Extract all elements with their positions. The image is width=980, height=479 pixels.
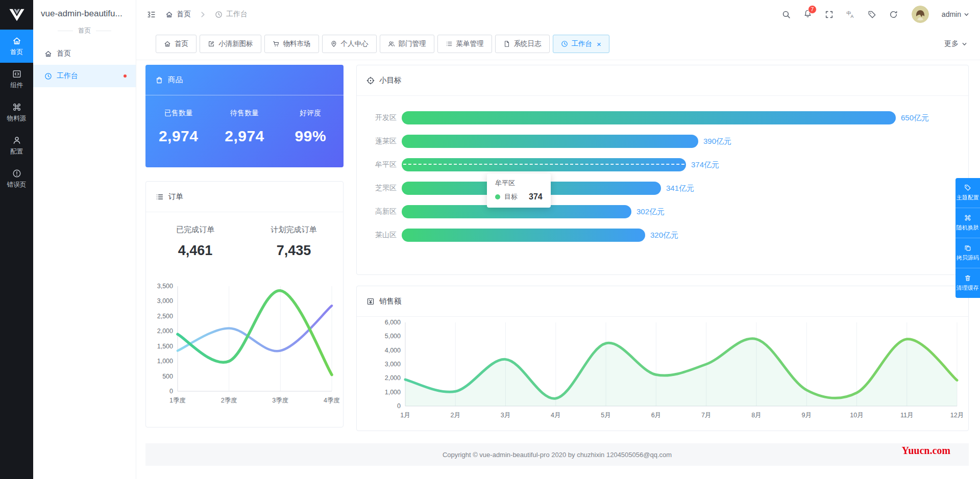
navbar-actions: 7 中A admin <box>782 6 969 23</box>
tab-系统日志[interactable]: 系统日志 <box>495 35 550 53</box>
svg-text:1季度: 1季度 <box>169 397 186 404</box>
app-logo[interactable] <box>0 0 33 30</box>
tab-label: 部门管理 <box>399 39 426 48</box>
tab-个人中心[interactable]: 个人中心 <box>322 35 377 53</box>
goal-bar[interactable] <box>402 135 698 148</box>
refresh-icon[interactable] <box>889 10 898 19</box>
home-icon <box>165 11 173 18</box>
sales-line-chart[interactable]: 01,0002,0003,0004,0005,0006,0001月2月3月4月5… <box>357 317 967 432</box>
orders-stats: 已完成订单4,461计划完成订单7,435 <box>146 212 343 259</box>
search-icon[interactable] <box>782 10 791 19</box>
theme-icon[interactable] <box>868 10 876 19</box>
submenu-item-首页[interactable]: 首页 <box>33 42 136 65</box>
fullscreen-icon[interactable] <box>825 10 834 19</box>
tab-close-icon[interactable]: × <box>597 40 601 48</box>
more-dropdown[interactable]: 更多 <box>944 39 967 48</box>
sidebar-item-配置[interactable]: 配置 <box>0 129 33 162</box>
avatar[interactable] <box>912 6 929 23</box>
stat-label: 已售数量 <box>145 109 211 118</box>
tool-label: 清理缓存 <box>957 284 979 292</box>
stat-已售数量: 已售数量2,974 <box>145 109 211 145</box>
collapse-sidebar-icon[interactable] <box>147 10 156 19</box>
goal-bar-row-牟平区: 牟平区374亿元 <box>364 153 968 177</box>
svg-text:8月: 8月 <box>751 412 761 419</box>
tab-首页[interactable]: 首页 <box>156 35 197 53</box>
chevron-down-icon <box>964 12 969 17</box>
stat-label: 待售数量 <box>211 109 277 118</box>
tab-物料市场[interactable]: 物料市场 <box>264 35 319 53</box>
goal-value-label: 302亿元 <box>636 207 665 217</box>
svg-text:4,000: 4,000 <box>385 347 401 354</box>
sidebar-item-label: 物料源 <box>7 114 27 123</box>
divider-line <box>96 31 111 31</box>
home-icon <box>164 40 171 47</box>
goods-card: 商品 已售数量2,974待售数量2,974好评度99% <box>145 65 344 167</box>
goal-value-label: 374亿元 <box>691 160 719 170</box>
secondary-sidebar: vue-admin-beautifu... 首页 首页工作台 <box>33 0 136 479</box>
stat-value: 2,974 <box>145 128 211 145</box>
orders-card-header: 订单 <box>146 182 343 212</box>
people-icon <box>388 40 395 47</box>
stat-已完成订单: 已完成订单4,461 <box>146 225 244 259</box>
breadcrumb-home[interactable]: 首页 <box>177 10 191 19</box>
tool-清理缓存[interactable]: 清理缓存 <box>955 268 980 298</box>
target-icon <box>366 77 375 85</box>
tab-工作台[interactable]: 工作台× <box>553 35 609 53</box>
notifications-button[interactable]: 7 <box>803 9 812 20</box>
tab-label: 物料市场 <box>283 39 311 48</box>
command-icon <box>12 103 21 112</box>
orders-line-chart[interactable]: 05001,0001,5002,0002,5003,0003,5001季度2季度… <box>146 278 343 415</box>
goal-bar-chart: 开发区650亿元蓬莱区390亿元牟平区374亿元芝罘区341亿元高新区302亿元… <box>357 96 968 247</box>
svg-text:3,000: 3,000 <box>385 361 401 368</box>
tool-主题配置[interactable]: 主题配置 <box>955 178 980 208</box>
tab-部门管理[interactable]: 部门管理 <box>380 35 434 53</box>
main-area: 首页 工作台 7 中A admin <box>136 0 980 479</box>
goal-value-label: 390亿元 <box>703 137 731 146</box>
sidebar-item-组件[interactable]: 组件 <box>0 63 33 96</box>
svg-text:2月: 2月 <box>451 412 460 419</box>
tab-label: 工作台 <box>572 39 593 48</box>
goal-bar[interactable] <box>402 111 896 124</box>
goods-stats: 已售数量2,974待售数量2,974好评度99% <box>145 95 344 145</box>
chevron-right-icon <box>199 11 207 18</box>
svg-text:1,000: 1,000 <box>157 358 173 365</box>
svg-text:5,000: 5,000 <box>385 333 401 340</box>
goal-bar-row-蓬莱区: 蓬莱区390亿元 <box>364 130 968 153</box>
tool-随机换肤[interactable]: 随机换肤 <box>955 208 980 238</box>
menu-group-label: 首页 <box>33 27 136 35</box>
user-menu[interactable]: admin <box>942 10 969 18</box>
user-icon <box>12 136 21 145</box>
chart-tooltip: 牟平区 目标 374 <box>487 173 551 208</box>
sidebar-item-首页[interactable]: 首页 <box>0 30 33 63</box>
submenu-item-label: 首页 <box>57 49 71 58</box>
goal-card-header: 小目标 <box>357 65 968 96</box>
goal-category-label: 芝罘区 <box>364 184 397 193</box>
goal-bar[interactable] <box>402 229 645 242</box>
svg-text:7月: 7月 <box>701 412 711 419</box>
sidebar-item-label: 组件 <box>10 81 23 90</box>
unread-dot <box>124 74 127 78</box>
stat-label: 好评度 <box>278 109 344 118</box>
tool-拷贝源码[interactable]: 拷贝源码 <box>955 238 980 268</box>
breadcrumb: 首页 工作台 <box>165 10 248 19</box>
series-dot <box>495 194 500 199</box>
submenu-item-工作台[interactable]: 工作台 <box>33 65 136 87</box>
breadcrumb-current: 工作台 <box>226 10 248 19</box>
list-icon <box>446 40 453 47</box>
sidebar-item-物料源[interactable]: 物料源 <box>0 96 33 129</box>
tab-label: 个人中心 <box>341 39 369 48</box>
home-icon <box>44 50 52 58</box>
sidebar-item-错误页[interactable]: 错误页 <box>0 162 33 195</box>
sidebar-item-label: 错误页 <box>7 181 27 189</box>
stat-value: 7,435 <box>244 243 343 259</box>
tab-小清新图标[interactable]: 小清新图标 <box>200 35 261 53</box>
svg-text:1,500: 1,500 <box>157 343 173 350</box>
tag-icon <box>964 184 971 191</box>
notification-badge: 7 <box>808 5 817 14</box>
tab-菜单管理[interactable]: 菜单管理 <box>437 35 492 53</box>
cart-icon <box>273 40 280 47</box>
language-icon[interactable]: 中A <box>846 10 855 19</box>
svg-text:3,000: 3,000 <box>157 297 173 305</box>
goal-bar[interactable] <box>402 158 686 171</box>
yen-square-icon <box>366 297 375 306</box>
